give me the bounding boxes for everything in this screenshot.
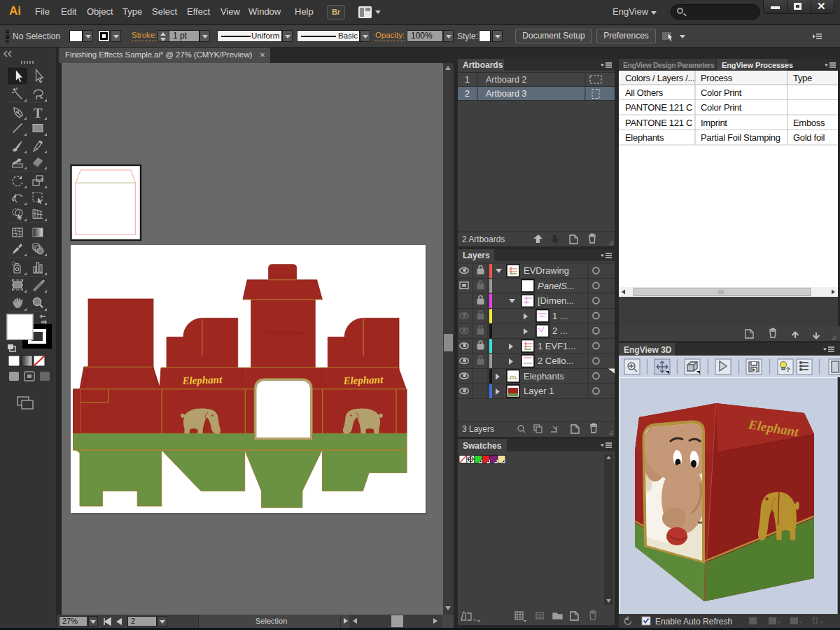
- svg-text:PANTONE 121 C: PANTONE 121 C: [625, 118, 692, 128]
- svg-text:EngView Processes: EngView Processes: [722, 61, 793, 69]
- svg-text:EngView Design Parameters: EngView Design Parameters: [623, 61, 715, 69]
- svg-text:2 Cello...: 2 Cello...: [538, 356, 573, 366]
- svg-text:T: T: [34, 106, 43, 120]
- svg-text:Color Print: Color Print: [701, 88, 742, 98]
- svg-text:Elephants: Elephants: [625, 132, 664, 143]
- svg-text:Elephant: Elephant: [342, 374, 384, 386]
- svg-text:Process: Process: [701, 73, 733, 83]
- svg-text:1 EVF1...: 1 EVF1...: [538, 341, 575, 351]
- svg-text:2 Artboards: 2 Artboards: [462, 234, 505, 244]
- svg-text:Partial Foil Stamping: Partial Foil Stamping: [701, 132, 780, 143]
- svg-text:Elephant: Elephant: [181, 374, 223, 386]
- svg-text:Color Print: Color Print: [701, 102, 742, 113]
- svg-text:All Others: All Others: [625, 88, 664, 98]
- svg-text:Artboards: Artboards: [463, 60, 503, 70]
- svg-text:1 ...: 1 ...: [552, 311, 568, 321]
- svg-text:Layer 1: Layer 1: [524, 386, 554, 396]
- svg-text:EngView 3D: EngView 3D: [624, 345, 672, 355]
- svg-text:?: ?: [786, 366, 790, 373]
- svg-text:Swatches: Swatches: [463, 441, 502, 451]
- svg-text:PANTONE 121 C: PANTONE 121 C: [625, 102, 692, 113]
- svg-text:Elephants: Elephants: [524, 371, 564, 382]
- svg-text:2 ...: 2 ...: [552, 326, 568, 336]
- svg-text:Artboard 2: Artboard 2: [486, 75, 526, 85]
- svg-text:Gold foil: Gold foil: [793, 132, 825, 143]
- svg-text:3 Layers: 3 Layers: [462, 424, 494, 434]
- svg-text:PanelS...: PanelS...: [538, 281, 575, 291]
- svg-text:EVDrawing: EVDrawing: [524, 265, 569, 276]
- svg-text:Type: Type: [793, 73, 812, 83]
- svg-text:Imprint: Imprint: [701, 118, 727, 128]
- svg-text:Layers: Layers: [463, 251, 490, 260]
- svg-text:Enable Auto Refresh: Enable Auto Refresh: [655, 617, 732, 626]
- svg-text:2: 2: [465, 89, 470, 99]
- svg-text:[Dimen...: [Dimen...: [538, 295, 574, 306]
- svg-text:Emboss: Emboss: [793, 118, 825, 128]
- svg-text:Colors / Layers /...: Colors / Layers /...: [625, 73, 694, 83]
- svg-text:Artboard 3: Artboard 3: [486, 89, 526, 99]
- svg-text:1: 1: [465, 75, 470, 85]
